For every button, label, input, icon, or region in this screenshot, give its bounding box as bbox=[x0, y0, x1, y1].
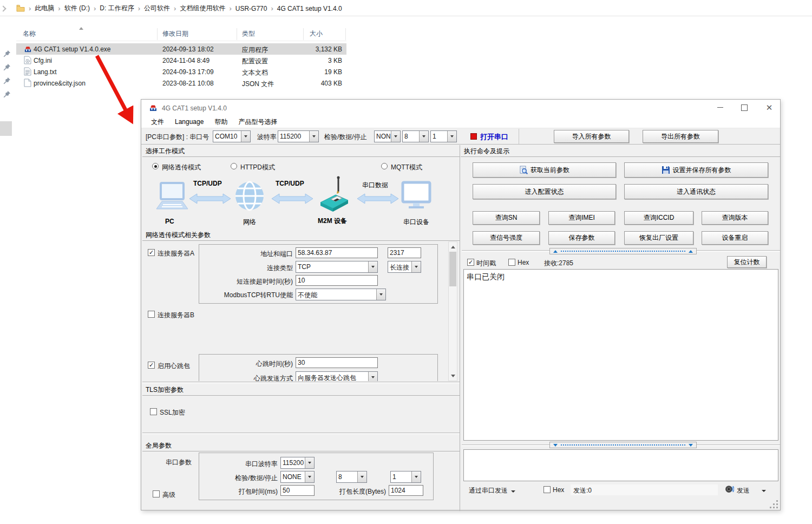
pane-divider bbox=[460, 145, 460, 511]
scroll-down-icon[interactable] bbox=[449, 371, 457, 380]
enter-config-button[interactable]: 进入配置状态 bbox=[473, 184, 616, 199]
maximize-button[interactable] bbox=[733, 100, 756, 115]
save-params-button[interactable]: 保存参数 bbox=[548, 231, 615, 245]
net-params-scroll-area: 连接服务器A 地址和端口 58.34.63.87 2317 连接类型 TCP 长… bbox=[142, 241, 448, 381]
resize-grip[interactable] bbox=[769, 500, 779, 509]
query-version-button[interactable]: 查询版本 bbox=[702, 211, 768, 225]
pc-serial-label: [PC串口参数] : 串口号 bbox=[146, 133, 209, 142]
global-parity-select[interactable]: NONE bbox=[280, 471, 315, 483]
recv-count: 接收:2785 bbox=[544, 259, 573, 268]
chevron-down-icon bbox=[391, 131, 400, 142]
pushpin-icon[interactable] bbox=[3, 77, 11, 84]
table-row[interactable]: province&city.json 2023-08-21 10:08 JSON… bbox=[16, 77, 346, 89]
ssl-checkbox[interactable] bbox=[150, 408, 157, 415]
chevron-down-icon bbox=[419, 131, 428, 142]
scroll-up-icon[interactable] bbox=[449, 243, 457, 251]
query-imei-button[interactable]: 查询IMEI bbox=[548, 211, 615, 225]
breadcrumb-item[interactable]: D: 工作程序 bbox=[97, 4, 136, 13]
query-signal-button[interactable]: 查信号强度 bbox=[473, 231, 540, 245]
server-address-input[interactable]: 58.34.63.87 bbox=[296, 247, 378, 258]
heartbeat-checkbox[interactable] bbox=[148, 362, 155, 369]
factory-reset-button[interactable]: 恢复出厂设置 bbox=[624, 231, 693, 245]
conn-type-select[interactable]: TCP bbox=[296, 261, 378, 273]
breadcrumb-item[interactable]: 文档组使用软件 bbox=[178, 4, 227, 13]
pushpin-icon[interactable] bbox=[3, 90, 11, 98]
server-port-input[interactable]: 2317 bbox=[388, 247, 421, 258]
close-button[interactable]: ✕ bbox=[758, 100, 781, 115]
com-port-select[interactable]: COM10 bbox=[213, 130, 251, 142]
breadcrumb-item[interactable]: 公司软件 bbox=[142, 4, 172, 13]
import-params-button[interactable]: 导入所有参数 bbox=[554, 130, 629, 143]
column-header-size[interactable]: 大小 bbox=[310, 29, 323, 38]
conn-persist-select[interactable]: 长连接 bbox=[388, 261, 421, 273]
global-databits-select[interactable]: 8 bbox=[336, 471, 367, 483]
splitter-collapse-handle[interactable] bbox=[549, 442, 697, 448]
breadcrumb-item[interactable]: 4G CAT1 setup V1.4.0 bbox=[275, 5, 344, 12]
file-size: 403 KB bbox=[303, 80, 342, 87]
stopbits-select[interactable]: 1 bbox=[430, 130, 457, 142]
reboot-button[interactable]: 设备重启 bbox=[702, 231, 768, 245]
chevron-down-icon[interactable] bbox=[762, 490, 766, 492]
timestamp-checkbox[interactable] bbox=[467, 259, 474, 266]
pushpin-icon[interactable] bbox=[3, 63, 11, 71]
table-row[interactable]: Cfg.ini 2024-11-04 8:49 配置设置 3 KB bbox=[16, 55, 346, 66]
pc-icon bbox=[154, 182, 190, 212]
column-header-name[interactable]: 名称 bbox=[23, 29, 36, 38]
export-params-button[interactable]: 导出所有参数 bbox=[643, 130, 718, 143]
set-save-params-button[interactable]: 设置并保存所有参数 bbox=[624, 162, 768, 178]
table-row[interactable]: 4G CAT1 setup V1.4.0.exe 2024-09-13 18:0… bbox=[16, 43, 346, 55]
global-stopbits-select[interactable]: 1 bbox=[390, 471, 421, 483]
file-type: 文本文档 bbox=[242, 68, 302, 77]
parity-select[interactable]: NONE bbox=[374, 130, 401, 142]
get-params-button[interactable]: 获取当前参数 bbox=[473, 162, 616, 178]
breadcrumb: › 此电脑 › 软件 (D:) › D: 工作程序 › 公司软件 › 文档组使用… bbox=[0, 0, 812, 16]
menu-product-select[interactable]: 产品型号选择 bbox=[233, 117, 283, 127]
receive-log-area[interactable]: 串口已关闭 bbox=[463, 269, 778, 441]
send-button[interactable]: 发送 bbox=[737, 486, 750, 495]
nav-pane-scroll-handle[interactable] bbox=[0, 121, 12, 136]
send-via-dropdown[interactable]: 通过串口发送 bbox=[469, 486, 515, 495]
menu-file[interactable]: 文件 bbox=[146, 117, 169, 127]
column-header-type[interactable]: 类型 bbox=[242, 29, 255, 38]
short-timeout-input[interactable]: 10 bbox=[296, 275, 378, 286]
radio-net-transparent-mode[interactable] bbox=[152, 163, 159, 169]
table-row[interactable]: Lang.txt 2024-09-13 17:09 文本文档 19 KB bbox=[16, 66, 346, 77]
global-parity-label: 检验/数据/停止 bbox=[204, 474, 278, 483]
query-sn-button[interactable]: 查询SN bbox=[473, 211, 540, 225]
heartbeat-mode-select[interactable]: 向服务器发送心跳包 bbox=[296, 371, 378, 381]
nav-forward-icon[interactable] bbox=[0, 5, 6, 11]
heartbeat-time-input[interactable]: 30 bbox=[296, 357, 378, 368]
open-serial-button[interactable]: 打开串口 bbox=[480, 132, 508, 142]
breadcrumb-item[interactable]: 软件 (D:) bbox=[62, 4, 92, 13]
global-baud-select[interactable]: 115200 bbox=[280, 457, 315, 469]
baud-select[interactable]: 115200 bbox=[278, 130, 319, 142]
menu-language[interactable]: Language bbox=[169, 118, 209, 126]
radio-mqtt-mode[interactable] bbox=[381, 163, 388, 169]
breadcrumb-item[interactable]: 此电脑 bbox=[32, 4, 56, 13]
pushpin-icon[interactable] bbox=[3, 50, 11, 57]
command-panel-header: 执行命令及提示 bbox=[461, 146, 780, 157]
scrollbar-thumb[interactable] bbox=[449, 252, 456, 286]
section-divider bbox=[142, 433, 460, 434]
breadcrumb-item[interactable]: USR-G770 bbox=[233, 5, 270, 12]
send-hex-checkbox[interactable] bbox=[543, 486, 551, 493]
pack-len-input[interactable]: 1024 bbox=[389, 485, 423, 496]
net-params-scrollbar[interactable] bbox=[448, 241, 457, 381]
file-size: 19 KB bbox=[303, 68, 342, 76]
reset-count-button[interactable]: 复位计数 bbox=[727, 256, 767, 268]
server-a-checkbox[interactable] bbox=[148, 249, 155, 256]
databits-select[interactable]: 8 bbox=[402, 130, 429, 142]
splitter-collapse-handle[interactable] bbox=[549, 248, 697, 254]
recv-hex-checkbox[interactable] bbox=[508, 259, 515, 266]
send-input-area[interactable] bbox=[463, 449, 778, 481]
advanced-checkbox[interactable] bbox=[153, 490, 160, 497]
modbus-select[interactable]: 不使能 bbox=[296, 289, 386, 300]
radio-httpd-mode[interactable] bbox=[231, 163, 237, 169]
enter-comm-button[interactable]: 进入通讯状态 bbox=[624, 184, 768, 199]
server-b-checkbox[interactable] bbox=[148, 311, 155, 318]
menu-help[interactable]: 帮助 bbox=[209, 117, 233, 127]
column-header-date[interactable]: 修改日期 bbox=[162, 29, 188, 38]
pack-time-input[interactable]: 50 bbox=[280, 485, 315, 496]
query-iccid-button[interactable]: 查询ICCID bbox=[624, 211, 693, 225]
minimize-button[interactable] bbox=[709, 100, 731, 115]
